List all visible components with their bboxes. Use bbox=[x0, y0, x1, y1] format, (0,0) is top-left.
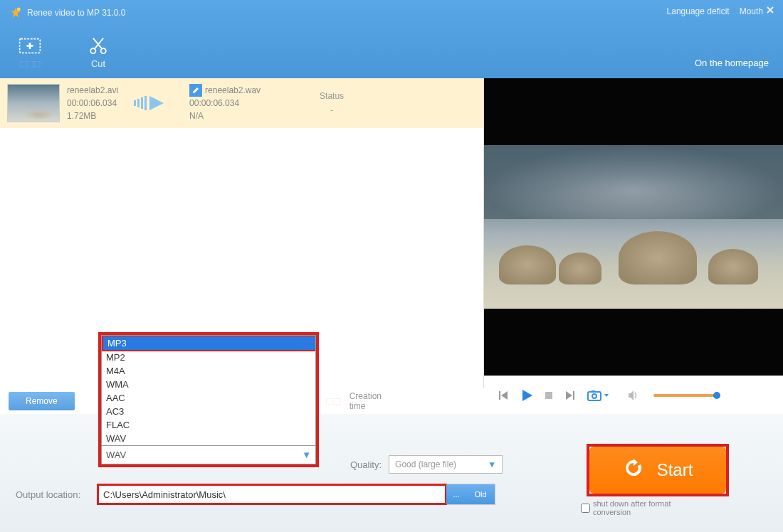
browse-button[interactable]: ... bbox=[446, 484, 466, 504]
scissors-icon bbox=[85, 36, 111, 55]
open-folder-button[interactable]: Old bbox=[466, 484, 495, 504]
start-button[interactable]: Start bbox=[589, 447, 726, 494]
shutdown-checkbox[interactable] bbox=[581, 500, 590, 516]
format-dropdown[interactable]: MP3 MP2 M4A WMA AAC AC3 FLAC WAV WAV ▼ bbox=[98, 332, 319, 467]
header-right: Language deficit Mouth bbox=[667, 6, 774, 16]
player-controls bbox=[484, 376, 783, 414]
volume-icon[interactable] bbox=[626, 389, 639, 402]
faded-action: ⬚⬚ bbox=[325, 396, 341, 406]
status-column: Status - bbox=[310, 91, 353, 115]
status-header: Status bbox=[310, 91, 353, 101]
cut-label: Cut bbox=[91, 58, 105, 69]
chevron-down-icon bbox=[604, 393, 609, 398]
format-option-aac[interactable]: AAC bbox=[102, 391, 315, 405]
start-label: Start bbox=[657, 460, 693, 480]
homepage-link[interactable]: On the homepage bbox=[695, 58, 769, 68]
chevron-down-icon: ▼ bbox=[488, 459, 496, 469]
output-input-wrap: ... Old bbox=[97, 484, 495, 505]
format-current[interactable]: WAV ▼ bbox=[101, 446, 316, 464]
format-option-wav[interactable]: WAV bbox=[102, 432, 315, 445]
edit-icon[interactable] bbox=[189, 84, 202, 97]
chevron-down-icon: ▼ bbox=[302, 449, 311, 460]
svg-rect-7 bbox=[144, 96, 147, 110]
convert-arrow-icon bbox=[125, 95, 182, 112]
quality-label: Quality: bbox=[350, 459, 382, 470]
source-thumbnail bbox=[7, 84, 60, 122]
output-path-input[interactable] bbox=[97, 484, 447, 505]
svg-rect-6 bbox=[141, 97, 143, 109]
next-button[interactable] bbox=[564, 389, 577, 402]
svg-rect-4 bbox=[134, 100, 136, 106]
target-duration: 00:00:06.034 bbox=[189, 97, 303, 110]
format-option-wma[interactable]: WMA bbox=[102, 378, 315, 391]
toolbar: ⬚⬚⬚ Cut bbox=[0, 26, 783, 78]
remove-button[interactable]: Remove bbox=[9, 392, 75, 410]
prev-button[interactable] bbox=[497, 389, 510, 402]
stop-button[interactable] bbox=[544, 390, 554, 400]
creation-time-label[interactable]: Creation time bbox=[350, 391, 397, 411]
quality-value: Good (large file) bbox=[395, 459, 456, 469]
add-file-label: ⬚⬚⬚ bbox=[19, 59, 41, 68]
shutdown-label: shut down after format conversion bbox=[593, 499, 709, 516]
format-option-mp2[interactable]: MP2 bbox=[102, 351, 315, 364]
app-logo-icon bbox=[9, 6, 23, 20]
file-row[interactable]: reneelab2.avi 00:00:06.034 1.72MB reneel… bbox=[0, 78, 483, 128]
mouth-label[interactable]: Mouth bbox=[740, 6, 763, 16]
add-file-button[interactable]: ⬚⬚⬚ bbox=[17, 36, 43, 68]
svg-point-0 bbox=[17, 8, 21, 11]
quality-select[interactable]: Good (large file) ▼ bbox=[389, 455, 503, 474]
source-size: 1.72MB bbox=[67, 110, 118, 122]
format-options-list[interactable]: MP3 MP2 M4A WMA AAC AC3 FLAC WAV bbox=[101, 335, 316, 446]
add-file-icon bbox=[17, 36, 43, 56]
preview-pane bbox=[484, 78, 783, 414]
app-header: Renee video to MP 31.0.0 Language defici… bbox=[0, 0, 783, 78]
format-option-flac[interactable]: FLAC bbox=[102, 418, 315, 432]
cut-button[interactable]: Cut bbox=[85, 36, 111, 69]
source-filename: reneelab2.avi bbox=[67, 84, 118, 97]
app-title: Renee video to MP 31.0.0 bbox=[27, 8, 126, 18]
preview-image bbox=[484, 145, 783, 309]
shutdown-checkbox-row[interactable]: shut down after format conversion bbox=[581, 499, 709, 516]
close-icon[interactable] bbox=[766, 6, 774, 16]
target-info: reneelab2.wav 00:00:06.034 N/A bbox=[189, 84, 303, 122]
format-option-ac3[interactable]: AC3 bbox=[102, 405, 315, 418]
source-info: reneelab2.avi 00:00:06.034 1.72MB bbox=[67, 84, 118, 122]
quality-section: Quality: Good (large file) ▼ bbox=[350, 455, 503, 474]
target-filename: reneelab2.wav bbox=[205, 84, 261, 97]
svg-rect-9 bbox=[588, 392, 601, 400]
language-link[interactable]: Language deficit bbox=[667, 6, 730, 16]
window-controls: Mouth bbox=[740, 6, 774, 16]
svg-rect-5 bbox=[137, 99, 140, 107]
refresh-icon bbox=[623, 457, 644, 483]
format-option-m4a[interactable]: M4A bbox=[102, 364, 315, 378]
format-current-value: WAV bbox=[106, 449, 126, 460]
svg-point-10 bbox=[592, 394, 597, 398]
title-bar: Renee video to MP 31.0.0 bbox=[0, 0, 783, 26]
start-button-wrap: Start bbox=[587, 444, 729, 496]
source-duration: 00:00:06.034 bbox=[67, 97, 118, 110]
format-option-mp3[interactable]: MP3 bbox=[102, 335, 315, 351]
play-button[interactable] bbox=[520, 388, 534, 403]
status-value: - bbox=[310, 105, 353, 115]
svg-rect-8 bbox=[545, 392, 552, 399]
volume-slider[interactable] bbox=[653, 394, 718, 397]
output-row: Output location: ... Old bbox=[16, 484, 495, 505]
output-label: Output location: bbox=[16, 489, 87, 500]
snapshot-button[interactable] bbox=[587, 389, 609, 402]
target-size: N/A bbox=[189, 110, 303, 122]
svg-rect-11 bbox=[592, 390, 595, 393]
